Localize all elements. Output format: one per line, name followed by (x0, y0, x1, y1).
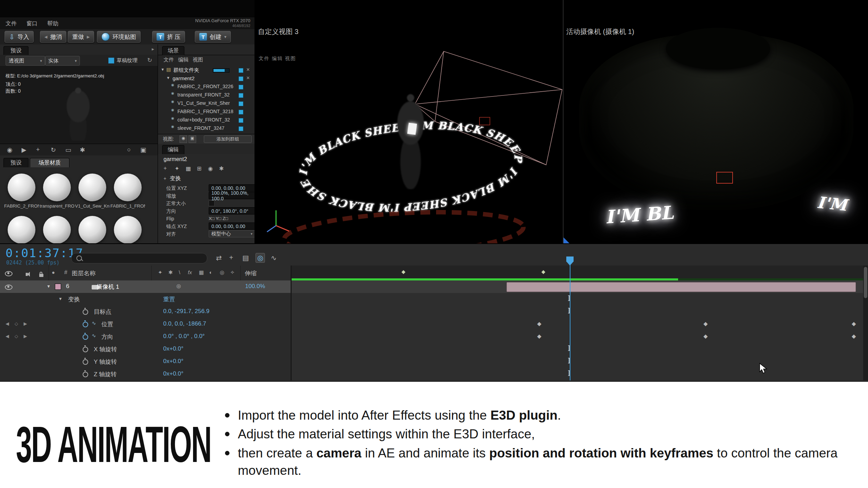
property-left[interactable]: Z 轴旋转 0x+0.0° (0, 368, 292, 381)
keyframe-add-icon[interactable]: ◇ (15, 321, 18, 326)
tab-material-presets[interactable]: 预设 (3, 158, 28, 167)
layer-name[interactable]: 摄像机 1 (97, 283, 119, 291)
playhead-line[interactable] (570, 256, 570, 380)
layer-stretch-value[interactable]: 100.0% (245, 283, 265, 290)
property-track[interactable]: ◆ ◆ ◆ (292, 330, 868, 343)
property-value[interactable]: 0x+0.0° (163, 358, 183, 365)
create-button[interactable]: T 创建 ▾ (195, 31, 231, 43)
panel-collapse-icon[interactable]: ▸ (152, 46, 154, 52)
visibility-toggle[interactable] (239, 85, 243, 90)
composition-flowchart-icon[interactable]: ⇄ (216, 254, 222, 262)
edit-star-icon[interactable]: ✦ (175, 165, 179, 172)
circle-tool-icon[interactable]: ○ (127, 146, 131, 153)
visibility-toggle[interactable] (239, 93, 243, 98)
material-sphere[interactable] (78, 174, 106, 201)
property-value[interactable]: 0.0° , 0.0° , 0.0° (163, 333, 205, 340)
property-track[interactable]: I (292, 355, 868, 368)
scrollbar-thumb[interactable] (864, 267, 867, 298)
close-icon[interactable]: ✕ (246, 75, 250, 81)
tab-scene-materials[interactable]: 场景材质 (30, 158, 69, 167)
layer-label-chip[interactable] (55, 284, 61, 290)
tree-row-item[interactable]: ◉ collar+body_FRONT_32 (158, 116, 255, 124)
align-dropdown[interactable]: 模型中心 ▾ (209, 230, 255, 237)
edit-settings-icon[interactable]: ✱ (219, 165, 224, 172)
scene-menu-edit[interactable]: 编辑 (178, 57, 189, 63)
draft-texture-checkbox[interactable] (108, 58, 114, 64)
tree-row-item[interactable]: ◉ FABRIC_1_FRONT_3218 (158, 108, 255, 116)
anchor-xyz-field[interactable]: 0.00, 0.00, 0.00 (209, 222, 255, 230)
timeline-split-divider[interactable] (291, 266, 292, 380)
viewport-custom-view[interactable]: 自定义视图 3 文件 编辑 视图 I'M BLACK SHEEP I'M BLA (254, 0, 563, 243)
menu-window[interactable]: 窗口 (26, 20, 37, 27)
property-row-point-of-interest[interactable]: 目标点 0.0, -291.7, 256.9 I (0, 305, 868, 318)
view-mode-select[interactable]: 透视图 ▾ (6, 56, 45, 66)
keyframe-next-icon[interactable]: ▶ (24, 334, 27, 339)
material-sphere[interactable] (8, 174, 35, 201)
property-track[interactable]: I (292, 305, 868, 318)
view-shaded-button[interactable]: ◉ (180, 135, 187, 143)
visibility-toggle[interactable] (239, 118, 243, 123)
search-input[interactable] (71, 253, 207, 263)
material-sphere[interactable] (43, 216, 71, 243)
transform-plus-icon[interactable]: + (164, 176, 166, 181)
reset-link[interactable]: 重置 (163, 295, 175, 303)
uniform-size-checkbox[interactable] (209, 200, 215, 206)
redo-button[interactable]: 重做 ▶ (68, 31, 94, 43)
keyframe-diamond[interactable]: ◆ (703, 333, 708, 339)
property-value[interactable]: 0.0, 0.0, -1866.7 (163, 320, 206, 327)
keyframe-diamond[interactable]: ◆ (852, 333, 856, 339)
menu-file[interactable]: 文件 (6, 20, 17, 27)
tree-row-item[interactable]: ◉ FABRIC_2_FRONT_3226 (158, 83, 255, 91)
visibility-toggle[interactable] (239, 126, 243, 131)
stopwatch-icon-active[interactable] (83, 322, 88, 327)
import-button[interactable]: ⇩ 导入 (5, 31, 34, 43)
property-row-transform[interactable]: ▼ 变换 重置 I (0, 293, 868, 305)
twirl-icon[interactable]: ▼ (47, 284, 51, 289)
property-value[interactable]: 0x+0.0° (163, 370, 183, 377)
keyframe-prev-icon[interactable]: ◀ (6, 334, 9, 339)
viewport-active-camera[interactable]: 活动摄像机 (摄像机 1) I'M BL I'M (564, 0, 868, 243)
camera-frustum-wireframe[interactable] (415, 51, 562, 165)
property-row-x-rotation[interactable]: X 轴旋转 0x+0.0° I (0, 343, 868, 355)
lock-column-icon[interactable] (39, 274, 43, 277)
edit-add-icon[interactable]: + (164, 165, 167, 171)
tree-row-group[interactable]: ▼ ▤ 群组文件夹 ✕ (158, 66, 255, 74)
graph-icon[interactable]: ∿ (92, 333, 96, 339)
visibility-toggle[interactable] (239, 101, 243, 106)
property-value[interactable]: 0x+0.0° (163, 345, 183, 352)
scene-menu-file[interactable]: 文件 (164, 57, 174, 63)
flip-checkboxes[interactable]: X□ Y□ Z□ (209, 216, 228, 221)
visibility-toggle[interactable] (239, 68, 243, 73)
tab-edit[interactable]: 编辑 (162, 145, 184, 154)
motion-blur-icon[interactable]: ◎ (256, 253, 265, 263)
audio-column-icon[interactable] (26, 273, 28, 276)
stopwatch-icon[interactable] (83, 347, 88, 352)
timeline-marker[interactable] (541, 270, 545, 274)
visibility-toggle[interactable] (239, 76, 243, 81)
frame-blend-icon[interactable]: ▤ (242, 254, 249, 262)
draft3d-icon[interactable]: + (229, 254, 233, 262)
tab-scene[interactable]: 场景 (162, 46, 184, 55)
edit-sphere-icon[interactable]: ◉ (208, 165, 213, 172)
material-sphere[interactable] (114, 174, 142, 201)
model-preview-canvas[interactable]: 模型: E:/clo 3d/garment 2/garment2/garment… (0, 66, 158, 144)
scale-tool-icon[interactable]: ▭ (65, 146, 71, 154)
environment-map-button[interactable]: 环境贴图 (97, 31, 141, 43)
keyframe-diamond[interactable]: ◆ (537, 320, 541, 327)
keyframe-next-icon[interactable]: ▶ (24, 321, 27, 326)
stopwatch-icon[interactable] (83, 309, 88, 315)
stopwatch-icon[interactable] (83, 372, 88, 377)
menu-help[interactable]: 帮助 (47, 20, 58, 27)
add-to-group-button[interactable]: 添加到群组 (204, 135, 252, 143)
eye-icon[interactable] (5, 285, 12, 290)
property-track[interactable]: ◆ ◆ ◆ (292, 318, 868, 331)
extrude-button[interactable]: T 挤 压 (152, 31, 185, 43)
property-row-orientation[interactable]: ◀ ◇ ▶ ∿ 方向 0.0° , 0.0° , 0.0° ◆ ◆ ◆ (0, 330, 868, 343)
screen-tool-icon[interactable]: ▣ (140, 146, 146, 154)
select-tool-icon[interactable]: ▶ (22, 146, 26, 154)
tree-row-item[interactable]: ◉ sleeve_FRONT_3247 (158, 124, 255, 133)
close-icon[interactable]: ✕ (246, 67, 250, 72)
visibility-toggle[interactable] (239, 110, 243, 115)
property-track[interactable]: I (292, 343, 868, 356)
keyframe-diamond[interactable]: ◆ (537, 333, 541, 339)
